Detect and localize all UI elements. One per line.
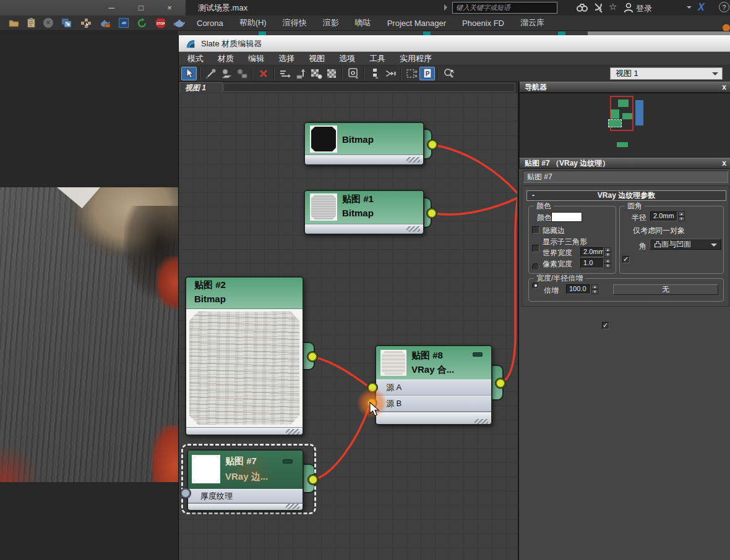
- radius-spinner[interactable]: ▲▼: [678, 211, 685, 221]
- view-selector[interactable]: 视图 1: [610, 67, 723, 80]
- node-map8-input-sourceB-socket[interactable]: [367, 398, 377, 408]
- move-children-icon[interactable]: [277, 67, 293, 80]
- show-map-in-viewport-icon[interactable]: [308, 67, 324, 80]
- slate-titlebar[interactable]: Slate 材质编辑器 ─ □ ×: [179, 35, 730, 52]
- node-map1-thumbnail[interactable]: [310, 193, 337, 221]
- navigator-minimap[interactable]: [519, 93, 730, 158]
- node-map1-header[interactable]: 贴图 #1 Bitmap: [305, 191, 423, 224]
- params-header[interactable]: 贴图 #7 （VRay 边纹理） x: [519, 158, 730, 169]
- search-binoculars-icon[interactable]: [577, 3, 588, 12]
- track-mouse-icon[interactable]: [80, 18, 92, 28]
- node-map2-footer[interactable]: [186, 427, 303, 436]
- zoom-region-icon[interactable]: [441, 67, 457, 80]
- clipboard-icon[interactable]: [27, 18, 35, 28]
- multiplier-input[interactable]: 100.0: [566, 284, 591, 294]
- resize-handle[interactable]: [474, 419, 488, 425]
- node-map7-header[interactable]: 贴图 #7 VRay 边...: [188, 451, 303, 489]
- node-map7-collapse-button[interactable]: [283, 459, 293, 464]
- corner-dropdown[interactable]: 凸面与凹面: [650, 239, 721, 250]
- node-map1-output-socket[interactable]: [427, 208, 437, 218]
- refresh-icon[interactable]: [137, 18, 147, 28]
- vfb-minimize-button[interactable]: ─: [102, 0, 121, 15]
- node-map8-input-sourceA-socket[interactable]: [367, 383, 377, 392]
- node-map8[interactable]: 贴图 #8 VRay 合... 源 A 源 B: [375, 345, 492, 425]
- rollout-collapse-icon[interactable]: -: [532, 191, 535, 200]
- render-teapot-icon[interactable]: [174, 19, 186, 28]
- slate-menu-utilities[interactable]: 实用程序: [400, 53, 432, 64]
- menu-corona[interactable]: Corona: [197, 19, 223, 28]
- params-close-icon[interactable]: x: [722, 158, 726, 168]
- slate-menu-material[interactable]: 材质: [218, 53, 234, 64]
- multiplier-spinner[interactable]: ▲▼: [591, 284, 598, 294]
- show-subtriangles-checkbox[interactable]: [532, 245, 539, 252]
- stop-render-icon[interactable]: STOP: [155, 18, 166, 28]
- user-icon[interactable]: [624, 2, 633, 13]
- layout-all-icon[interactable]: [367, 67, 382, 80]
- hide-edges-checkbox[interactable]: [532, 226, 539, 234]
- parent-node-icon[interactable]: [293, 67, 308, 80]
- rollout-vray-edgetex[interactable]: - VRay 边纹理参数: [526, 190, 726, 201]
- node-map8-output-socket[interactable]: [496, 378, 505, 388]
- pan-tool-icon[interactable]: P: [419, 67, 435, 80]
- dll-panel-icon[interactable]: dll: [119, 18, 129, 28]
- help-icon[interactable]: ?: [719, 2, 729, 12]
- menu-phoenix-fd[interactable]: Phoenix FD: [462, 19, 504, 28]
- node-bitmap0[interactable]: Bitmap: [304, 122, 424, 166]
- node-map2-preview-frame[interactable]: [186, 308, 303, 427]
- world-width-input[interactable]: 2.0mm: [580, 247, 604, 257]
- radius-input[interactable]: 2.0mm: [650, 211, 677, 221]
- world-width-spinner[interactable]: ▲▼: [604, 247, 611, 257]
- node-map7-output-socket[interactable]: [308, 475, 318, 485]
- node-map2[interactable]: 贴图 #2 Bitmap: [185, 276, 304, 436]
- menu-project-manager[interactable]: Project Manager: [387, 19, 446, 28]
- node-graph-canvas[interactable]: Bitmap 贴图 #1 Bitmap 贴图: [179, 93, 517, 560]
- communication-icon[interactable]: [594, 2, 604, 13]
- same-object-checkbox[interactable]: [622, 256, 630, 263]
- node-bitmap0-thumbnail[interactable]: [310, 125, 337, 153]
- max-titlebar[interactable]: 测试场景.max 键入关键字或短语 ☆ 登录 X ?: [186, 0, 730, 15]
- node-map7-slot-thickness[interactable]: 厚度纹理: [188, 489, 303, 503]
- node-map1[interactable]: 贴图 #1 Bitmap: [304, 190, 424, 235]
- clone-window-icon[interactable]: [61, 18, 72, 28]
- menu-xuanying[interactable]: 渲影: [323, 17, 339, 28]
- node-map8-thumbnail[interactable]: [380, 350, 406, 376]
- node-bitmap0-header[interactable]: Bitmap: [305, 123, 423, 155]
- put-material-icon[interactable]: [234, 67, 249, 80]
- navigator-close-icon[interactable]: x: [722, 82, 726, 92]
- color-swatch[interactable]: [551, 212, 582, 222]
- slate-menu-options[interactable]: 选项: [339, 53, 355, 64]
- resize-handle[interactable]: [286, 429, 299, 435]
- node-map7-thumbnail[interactable]: [192, 455, 220, 483]
- show-background-icon[interactable]: [324, 67, 339, 80]
- pick-material-icon[interactable]: [203, 67, 218, 80]
- menu-help[interactable]: 帮助(H): [239, 17, 267, 28]
- multiplier-map-button[interactable]: 无: [613, 284, 718, 295]
- resize-handle[interactable]: [406, 226, 420, 232]
- slate-menu-edit[interactable]: 编辑: [248, 53, 264, 64]
- node-map8-slot-sourceB[interactable]: 源 B: [376, 396, 491, 412]
- world-width-radio[interactable]: [532, 263, 539, 271]
- slate-menu-view[interactable]: 视图: [309, 53, 325, 64]
- node-map8-collapse-button[interactable]: [473, 352, 483, 357]
- resize-handle[interactable]: [286, 504, 299, 509]
- pixel-width-input[interactable]: 1.0: [580, 258, 604, 268]
- menu-dida[interactable]: 嘀哒: [355, 17, 371, 28]
- menu-liuyunku[interactable]: 溜云库: [520, 17, 544, 28]
- resize-handle[interactable]: [406, 157, 420, 163]
- node-map8-header[interactable]: 贴图 #8 VRay 合...: [376, 346, 491, 380]
- vfb-close-button[interactable]: ×: [160, 0, 179, 15]
- slate-menu-mode[interactable]: 模式: [187, 53, 204, 64]
- open-folder-icon[interactable]: [9, 19, 19, 27]
- material-id-icon[interactable]: O: [345, 67, 361, 80]
- delete-icon[interactable]: [256, 67, 271, 80]
- render-region-teapot-icon[interactable]: [100, 19, 111, 28]
- search-input[interactable]: 键入关键字或短语: [452, 2, 557, 14]
- vfb-titlebar[interactable]: ─ □ ×: [0, 0, 186, 15]
- node-bitmap0-footer[interactable]: [305, 155, 423, 164]
- vfb-maximize-button[interactable]: □: [132, 0, 150, 15]
- menu-xuankuai[interactable]: 渲得快: [283, 17, 307, 28]
- workspace-dropdown-icon[interactable]: [687, 6, 692, 11]
- node-bitmap0-output-socket[interactable]: [427, 140, 437, 150]
- select-tool-icon[interactable]: [181, 67, 197, 80]
- node-map2-header[interactable]: 贴图 #2 Bitmap: [186, 278, 303, 308]
